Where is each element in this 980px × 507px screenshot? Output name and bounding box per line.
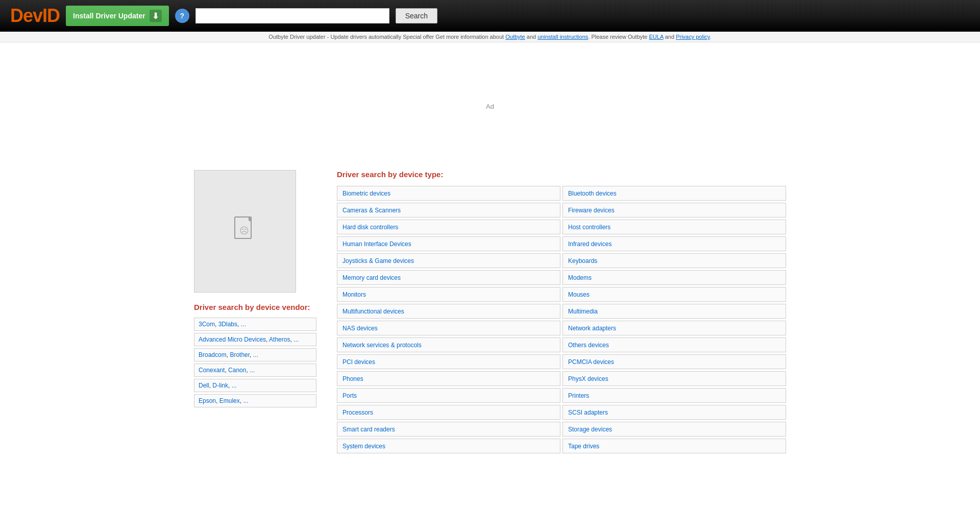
device-type-link[interactable]: PhysX devices [568, 375, 608, 382]
device-cell: NAS devices [337, 321, 560, 335]
device-cell: SCSI adapters [562, 405, 786, 420]
vendor-more-link[interactable]: ... [253, 351, 258, 358]
device-type-link[interactable]: Multifunctional devices [342, 308, 404, 315]
device-type-link[interactable]: Bluetooth devices [568, 190, 617, 197]
device-cell: Printers [562, 388, 786, 403]
device-type-link[interactable]: Tape drives [568, 443, 599, 450]
device-cell: Network adapters [562, 321, 786, 335]
device-type-link[interactable]: Host controllers [568, 224, 610, 231]
vendor-link[interactable]: Dell [199, 382, 209, 389]
device-type-link[interactable]: Mouses [568, 291, 590, 298]
vendor-more-link[interactable]: ... [250, 367, 255, 374]
vendor-link[interactable]: Advanced Micro Devices [199, 336, 266, 343]
device-cell: Joysticks & Game devices [337, 253, 560, 268]
device-type-link[interactable]: Phones [342, 375, 363, 382]
vendor-more-link[interactable]: ... [241, 321, 246, 328]
logo-id: ID [42, 5, 60, 26]
device-type-link[interactable]: Human Interface Devices [342, 240, 411, 248]
device-type-link[interactable]: Memory card devices [342, 274, 401, 281]
device-type-link[interactable]: Keyboards [568, 257, 597, 264]
search-input[interactable] [195, 8, 389, 23]
device-cell: Monitors [337, 287, 560, 302]
install-driver-button[interactable]: Install Driver Updater ⬇ [66, 6, 169, 26]
vendor-link[interactable]: Brother [230, 351, 250, 358]
logo[interactable]: DevID [10, 5, 60, 27]
device-type-link[interactable]: Others devices [568, 342, 609, 349]
main-content: ☹ Driver search by device vendor: 3Com, … [184, 170, 796, 474]
device-cell: Storage devices [562, 422, 786, 437]
vendor-row: Epson, Emulex, ... [194, 394, 316, 407]
install-btn-label: Install Driver Updater [73, 12, 145, 20]
device-cell: Phones [337, 371, 560, 386]
device-cell: Mouses [562, 287, 786, 302]
device-type-link[interactable]: System devices [342, 443, 385, 450]
device-section: Driver search by device type: Biometric … [337, 170, 786, 453]
device-type-link[interactable]: PCI devices [342, 358, 375, 366]
device-type-link[interactable]: Cameras & Scanners [342, 207, 401, 214]
device-type-link[interactable]: Monitors [342, 291, 366, 298]
download-icon: ⬇ [150, 10, 162, 22]
device-type-link[interactable]: Network adapters [568, 325, 616, 332]
vendor-link[interactable]: Canon [228, 367, 246, 374]
device-type-link[interactable]: Printers [568, 392, 589, 399]
vendor-rows: 3Com, 3Dlabs, ...Advanced Micro Devices,… [194, 318, 316, 407]
subheader-notice: Outbyte Driver updater - Update drivers … [0, 32, 980, 42]
device-cell: Fireware devices [562, 203, 786, 218]
device-type-link[interactable]: Joysticks & Game devices [342, 257, 414, 264]
device-cell: Hard disk controllers [337, 220, 560, 234]
device-type-link[interactable]: SCSI adapters [568, 409, 608, 416]
device-cell: Others devices [562, 337, 786, 352]
outbyte-link[interactable]: Outbyte [505, 34, 525, 40]
device-cell: Smart card readers [337, 422, 560, 437]
broken-image: ☹ [194, 170, 296, 293]
device-cell: Processors [337, 405, 560, 420]
uninstall-link[interactable]: uninstall instructions [537, 34, 588, 40]
privacy-link[interactable]: Privacy policy [676, 34, 709, 40]
search-button[interactable]: Search [396, 8, 437, 23]
device-type-link[interactable]: PCMCIA devices [568, 358, 614, 366]
device-type-link[interactable]: Storage devices [568, 426, 612, 433]
svg-text:☹: ☹ [239, 226, 249, 236]
header: DevID Install Driver Updater ⬇ ? Search [0, 0, 980, 32]
vendor-row: 3Com, 3Dlabs, ... [194, 318, 316, 331]
device-type-link[interactable]: Network services & protocols [342, 342, 422, 349]
device-grid: Biometric devicesBluetooth devicesCamera… [337, 186, 786, 453]
ad-area: Ad [0, 42, 980, 170]
device-cell: Keyboards [562, 253, 786, 268]
vendor-link[interactable]: 3Com [199, 321, 215, 328]
device-type-link[interactable]: Processors [342, 409, 373, 416]
help-icon[interactable]: ? [175, 9, 189, 23]
vendor-more-link[interactable]: ... [293, 336, 299, 343]
device-cell: Cameras & Scanners [337, 203, 560, 218]
device-type-link[interactable]: Multimedia [568, 308, 598, 315]
vendor-link[interactable]: Epson [199, 397, 216, 404]
eula-link[interactable]: EULA [649, 34, 664, 40]
device-type-link[interactable]: Smart card readers [342, 426, 395, 433]
device-type-link[interactable]: Ports [342, 392, 357, 399]
device-section-title: Driver search by device type: [337, 170, 786, 179]
device-cell: Host controllers [562, 220, 786, 234]
device-cell: PCI devices [337, 354, 560, 369]
device-type-link[interactable]: Fireware devices [568, 207, 615, 214]
vendor-section: ☹ Driver search by device vendor: 3Com, … [194, 170, 316, 453]
vendor-link[interactable]: Emulex [219, 397, 240, 404]
device-type-link[interactable]: Modems [568, 274, 592, 281]
device-type-link[interactable]: Hard disk controllers [342, 224, 398, 231]
vendor-link[interactable]: Conexant [199, 367, 225, 374]
vendor-link[interactable]: D-link [212, 382, 228, 389]
vendor-more-link[interactable]: ... [232, 382, 237, 389]
device-cell: Tape drives [562, 439, 786, 453]
vendor-more-link[interactable]: ... [243, 397, 248, 404]
device-cell: PCMCIA devices [562, 354, 786, 369]
device-cell: Infrared devices [562, 236, 786, 251]
vendor-link[interactable]: Atheros [269, 336, 290, 343]
vendor-row: Conexant, Canon, ... [194, 364, 316, 377]
device-type-link[interactable]: NAS devices [342, 325, 378, 332]
ad-label: Ad [486, 103, 494, 110]
vendor-link[interactable]: Broadcom [199, 351, 227, 358]
device-cell: Network services & protocols [337, 337, 560, 352]
device-type-link[interactable]: Infrared devices [568, 240, 611, 248]
vendor-link[interactable]: 3Dlabs [218, 321, 237, 328]
device-type-link[interactable]: Biometric devices [342, 190, 390, 197]
device-cell: Memory card devices [337, 270, 560, 285]
